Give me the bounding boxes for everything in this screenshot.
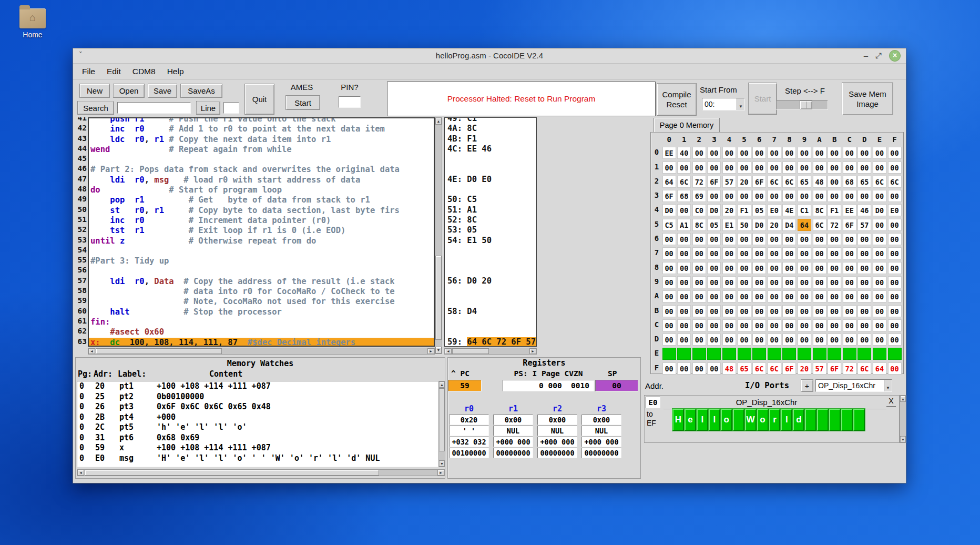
chevron-down-icon[interactable]: ▼: [884, 380, 892, 391]
memory-cell[interactable]: 57: [858, 219, 871, 231]
memory-cell[interactable]: 6C: [858, 362, 871, 375]
memory-cell[interactable]: 00: [828, 190, 841, 202]
memory-cell[interactable]: 00: [858, 162, 871, 174]
memory-cell[interactable]: 20: [798, 362, 811, 375]
editor-vscrollbar-thumb[interactable]: [435, 256, 442, 340]
memory-cell[interactable]: 00: [798, 290, 811, 302]
memory-cell[interactable]: 00: [798, 334, 811, 346]
memory-cell[interactable]: 00: [707, 362, 721, 375]
memory-cell[interactable]: F1: [738, 204, 751, 216]
memory-cell[interactable]: 00: [782, 262, 796, 274]
saveas-button[interactable]: SaveAs: [180, 84, 222, 98]
memory-cell[interactable]: 69: [692, 190, 706, 202]
memory-cell[interactable]: 8C: [813, 204, 826, 216]
memory-cell[interactable]: 6F: [828, 362, 841, 375]
memory-cell[interactable]: 00: [828, 147, 841, 159]
memory-cell[interactable]: 00: [738, 162, 751, 174]
memory-cell[interactable]: 00: [707, 334, 721, 346]
memory-cell[interactable]: 00: [813, 276, 826, 288]
memory-cell[interactable]: 00: [692, 247, 706, 259]
memory-cell[interactable]: 00: [707, 290, 721, 302]
register-value[interactable]: NUL: [537, 426, 577, 436]
memory-cell[interactable]: 00: [677, 305, 691, 317]
memory-cell[interactable]: 00: [858, 247, 871, 259]
memory-cell[interactable]: 00: [752, 334, 766, 346]
memory-cell[interactable]: 00: [662, 362, 676, 375]
memory-cell[interactable]: D0: [662, 204, 676, 216]
ames-start-button[interactable]: Start: [285, 95, 320, 110]
memory-cell[interactable]: 00: [677, 276, 691, 288]
register-value[interactable]: 0x20: [449, 415, 489, 425]
memory-cell[interactable]: 6F: [782, 362, 796, 375]
memory-cell[interactable]: 00: [692, 334, 706, 346]
memory-cell[interactable]: 00: [843, 147, 856, 159]
line-input[interactable]: [223, 102, 239, 114]
memory-cell[interactable]: 00: [873, 276, 886, 288]
memory-cell[interactable]: 00: [843, 233, 856, 245]
memory-cell[interactable]: [813, 348, 826, 360]
memory-cell[interactable]: 68: [677, 190, 691, 202]
memory-cell[interactable]: 72: [843, 362, 856, 375]
memory-cell[interactable]: D0: [707, 204, 721, 216]
memory-cell[interactable]: 00: [677, 290, 691, 302]
register-value[interactable]: +000 000: [581, 437, 621, 447]
start-from-select[interactable]: 00: ▼: [702, 98, 745, 110]
memory-cell[interactable]: 00: [722, 319, 736, 331]
memory-cell[interactable]: 00: [738, 276, 751, 288]
memory-cell[interactable]: 00: [722, 162, 736, 174]
memory-cell[interactable]: 00: [707, 247, 721, 259]
memory-cell[interactable]: 00: [828, 334, 841, 346]
memory-cell[interactable]: 00: [782, 276, 796, 288]
memory-cell[interactable]: [662, 348, 676, 360]
memory-cell[interactable]: 00: [662, 233, 676, 245]
sp-value[interactable]: 00: [595, 380, 638, 391]
ps-value[interactable]: 0 000 0010: [503, 380, 594, 391]
watch-row[interactable]: 02Bpt4+000: [77, 412, 438, 423]
memory-cell[interactable]: 00: [768, 147, 781, 159]
memory-cell[interactable]: 00: [752, 190, 766, 202]
memory-cell[interactable]: D0: [752, 219, 766, 231]
memory-cell[interactable]: 00: [768, 305, 781, 317]
memory-cell[interactable]: 00: [738, 147, 751, 159]
memory-cell[interactable]: 00: [707, 319, 721, 331]
memory-cell[interactable]: 00: [662, 305, 676, 317]
memory-cell[interactable]: 00: [798, 233, 811, 245]
memory-cell[interactable]: 6C: [768, 176, 781, 188]
memory-cell[interactable]: 00: [798, 190, 811, 202]
editor-hscrollbar-thumb[interactable]: [96, 348, 222, 354]
memory-cell[interactable]: 00: [858, 190, 871, 202]
memory-cell[interactable]: [768, 348, 781, 360]
left-arrow-icon[interactable]: ◄: [446, 349, 450, 353]
register-value[interactable]: +032 032: [449, 437, 489, 447]
memory-cell[interactable]: 00: [662, 290, 676, 302]
memory-cell[interactable]: 00: [888, 290, 902, 302]
menu-file[interactable]: File: [76, 67, 101, 76]
memory-cell[interactable]: 00: [692, 319, 706, 331]
memory-cell[interactable]: 00: [843, 319, 856, 331]
memory-cell[interactable]: 00: [722, 290, 736, 302]
memory-cell[interactable]: 00: [707, 233, 721, 245]
maximize-icon[interactable]: ⤢: [875, 51, 882, 61]
memory-cell[interactable]: 00: [692, 233, 706, 245]
memory-cell[interactable]: 00: [768, 276, 781, 288]
memory-cell[interactable]: [798, 348, 811, 360]
chevron-down-icon[interactable]: ▼: [737, 98, 744, 110]
memory-cell[interactable]: 00: [798, 319, 811, 331]
memory-cell[interactable]: 6C: [888, 176, 902, 188]
memory-cell[interactable]: 00: [768, 247, 781, 259]
page0-memory-tab[interactable]: Page 0 Memory: [654, 118, 720, 132]
watch-row[interactable]: 020pt1+100 +108 +114 +111 +087: [77, 381, 438, 392]
memory-cell[interactable]: 00: [798, 305, 811, 317]
memory-cell[interactable]: 00: [828, 162, 841, 174]
up-arrow-icon[interactable]: ▲: [437, 119, 441, 123]
memory-cell[interactable]: 00: [843, 276, 856, 288]
memory-cell[interactable]: 6F: [707, 176, 721, 188]
memory-cell[interactable]: EE: [662, 147, 676, 159]
memory-cell[interactable]: 4E: [782, 204, 796, 216]
memory-cell[interactable]: 00: [707, 276, 721, 288]
memory-cell[interactable]: 00: [677, 319, 691, 331]
memory-cell[interactable]: 00: [722, 247, 736, 259]
memory-cell[interactable]: 00: [858, 276, 871, 288]
register-value[interactable]: ' ': [449, 426, 489, 436]
memory-cell[interactable]: 00: [782, 247, 796, 259]
